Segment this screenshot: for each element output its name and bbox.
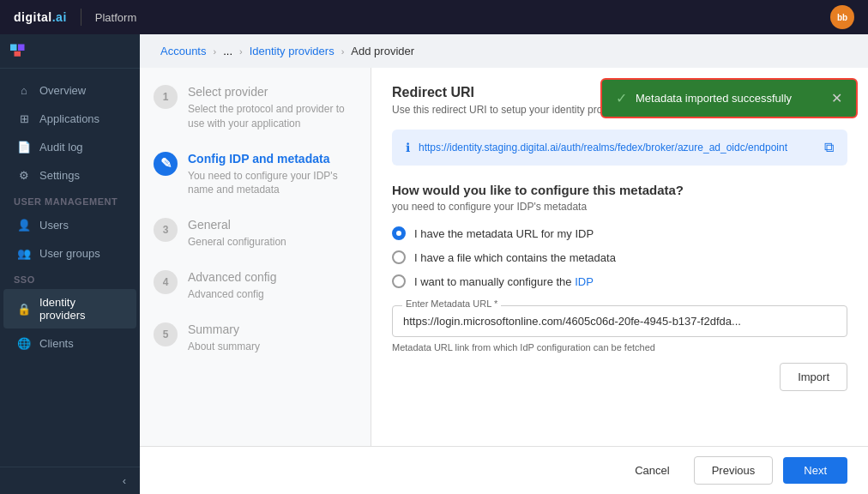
- sidebar-nav: ⌂ Overview ⊞ Applications 📄 Audit log ⚙ …: [0, 69, 140, 467]
- metadata-url-hint: Metadata URL link from which IdP configu…: [392, 342, 847, 352]
- breadcrumb-add-provider: Add provider: [351, 45, 414, 57]
- steps-panel: 1 Select provider Select the protocol an…: [140, 68, 371, 446]
- step-circle-5: 5: [154, 322, 178, 346]
- sidebar-label-clients: Clients: [39, 337, 74, 350]
- config-title: How would you like to configure this met…: [392, 183, 847, 197]
- radio-circle-file: [392, 250, 406, 264]
- config-subtitle: you need to configure your IDP's metadat…: [392, 201, 847, 213]
- sidebar: ⌂ Overview ⊞ Applications 📄 Audit log ⚙ …: [0, 34, 140, 494]
- step-content-2: Config IDP and metadata You need to conf…: [188, 152, 357, 198]
- sidebar-label-identity-providers: Identity providers: [39, 296, 123, 322]
- uri-box: ℹ https://identity.staging.digital.ai/au…: [392, 130, 847, 166]
- breadcrumb: Accounts › ... › Identity providers › Ad…: [140, 34, 868, 68]
- sidebar-label-audit-log: Audit log: [39, 141, 83, 154]
- sidebar-item-identity-providers[interactable]: 🔒 Identity providers: [3, 289, 136, 328]
- topbar-divider: [81, 9, 81, 26]
- radio-label-file: I have a file which contains the metadat…: [414, 251, 616, 264]
- success-message: Metadata imported successfully: [636, 92, 792, 105]
- avatar[interactable]: bb: [830, 5, 854, 29]
- radio-option-url[interactable]: I have the metadata URL for my IDP: [392, 226, 847, 240]
- sidebar-label-settings: Settings: [39, 169, 80, 182]
- radio-circle-url: [392, 226, 406, 240]
- import-row: Import: [392, 363, 847, 391]
- cancel-button[interactable]: Cancel: [621, 457, 683, 484]
- content-area: Accounts › ... › Identity providers › Ad…: [140, 34, 868, 494]
- step-title-1: Select provider: [188, 85, 357, 99]
- radio-option-manual[interactable]: I want to manually configure the IDP: [392, 274, 847, 288]
- step-content-5: Summary About summary: [188, 322, 357, 354]
- main-content: ✓ Metadata imported successfully ✕ Redir…: [371, 68, 868, 446]
- step-title-5: Summary: [188, 322, 357, 336]
- step-summary: 5 Summary About summary: [154, 322, 357, 354]
- sidebar-label-overview: Overview: [39, 84, 86, 97]
- sidebar-label-applications: Applications: [39, 112, 99, 125]
- sidebar-item-users[interactable]: 👤 Users: [3, 211, 136, 238]
- notification-close-button[interactable]: ✕: [831, 90, 842, 106]
- step-general: 3 General General configuration: [154, 218, 357, 250]
- step-desc-1: Select the protocol and provider to use …: [188, 102, 357, 131]
- radio-options: I have the metadata URL for my IDP I hav…: [392, 226, 847, 288]
- breadcrumb-sep-3: ›: [341, 46, 345, 57]
- step-circle-3: 3: [154, 218, 178, 242]
- step-desc-4: Advanced config: [188, 287, 357, 302]
- person-icon: 👤: [17, 218, 31, 232]
- sidebar-logo-small: [10, 42, 36, 61]
- page-body: 1 Select provider Select the protocol an…: [140, 68, 868, 446]
- breadcrumb-identity-providers[interactable]: Identity providers: [250, 45, 335, 57]
- step-circle-2: ✎: [154, 152, 178, 176]
- breadcrumb-ellipsis: ...: [223, 45, 232, 57]
- step-desc-5: About summary: [188, 340, 357, 354]
- svg-rect-2: [15, 51, 21, 56]
- lock-icon: 🔒: [17, 302, 31, 316]
- step-advanced-config: 4 Advanced config Advanced config: [154, 270, 357, 302]
- logo: digital.ai: [14, 10, 67, 24]
- breadcrumb-sep-1: ›: [213, 46, 216, 57]
- platform-label: Platform: [95, 11, 136, 24]
- step-title-4: Advanced config: [188, 270, 357, 284]
- sidebar-collapse-button[interactable]: ‹: [14, 474, 126, 487]
- breadcrumb-sep-2: ›: [239, 46, 243, 57]
- step-content-3: General General configuration: [188, 218, 357, 250]
- sidebar-item-settings[interactable]: ⚙ Settings: [3, 161, 136, 189]
- step-circle-4: 4: [154, 270, 178, 294]
- step-desc-3: General configuration: [188, 235, 357, 250]
- radio-label-manual: I want to manually configure the IDP: [414, 275, 594, 288]
- svg-rect-1: [18, 44, 25, 51]
- globe-icon: 🌐: [17, 336, 31, 350]
- redirect-uri-value: https://identity.staging.digital.ai/auth…: [419, 142, 816, 154]
- bottom-bar: Cancel Previous Next: [140, 446, 868, 494]
- sidebar-item-clients[interactable]: 🌐 Clients: [3, 329, 136, 357]
- next-button[interactable]: Next: [783, 457, 847, 484]
- step-circle-1: 1: [154, 85, 178, 109]
- user-management-section: User management: [0, 190, 140, 210]
- file-icon: 📄: [17, 140, 31, 154]
- copy-icon[interactable]: ⧉: [824, 140, 834, 155]
- highlight-idp: IDP: [575, 275, 594, 288]
- step-config-idp: ✎ Config IDP and metadata You need to co…: [154, 152, 357, 198]
- metadata-url-input[interactable]: [392, 305, 847, 337]
- radio-option-file[interactable]: I have a file which contains the metadat…: [392, 250, 847, 264]
- sidebar-item-audit-log[interactable]: 📄 Audit log: [3, 133, 136, 160]
- radio-label-url: I have the metadata URL for my IDP: [414, 227, 594, 240]
- metadata-url-label: Enter Metadata URL *: [402, 298, 501, 309]
- main-layout: ⌂ Overview ⊞ Applications 📄 Audit log ⚙ …: [0, 34, 868, 494]
- sidebar-item-overview[interactable]: ⌂ Overview: [3, 76, 136, 104]
- gear-icon: ⚙: [17, 168, 31, 182]
- sidebar-logo-area: [0, 34, 140, 69]
- sidebar-item-user-groups[interactable]: 👥 User groups: [3, 239, 136, 267]
- topbar: digital.ai Platform bb: [0, 0, 868, 34]
- svg-rect-0: [10, 44, 17, 51]
- previous-button[interactable]: Previous: [694, 456, 774, 485]
- success-check-icon: ✓: [616, 90, 627, 106]
- step-desc-2: You need to configure your IDP's name an…: [188, 169, 357, 198]
- sso-section: SSO: [0, 268, 140, 288]
- sidebar-item-applications[interactable]: ⊞ Applications: [3, 105, 136, 132]
- radio-circle-manual: [392, 274, 406, 288]
- home-icon: ⌂: [17, 83, 31, 97]
- import-button[interactable]: Import: [780, 363, 847, 391]
- sidebar-label-users: Users: [39, 219, 69, 232]
- step-title-2: Config IDP and metadata: [188, 152, 357, 166]
- breadcrumb-accounts[interactable]: Accounts: [160, 45, 206, 57]
- metadata-url-input-group: Enter Metadata URL *: [392, 305, 847, 337]
- info-icon: ℹ: [406, 141, 410, 154]
